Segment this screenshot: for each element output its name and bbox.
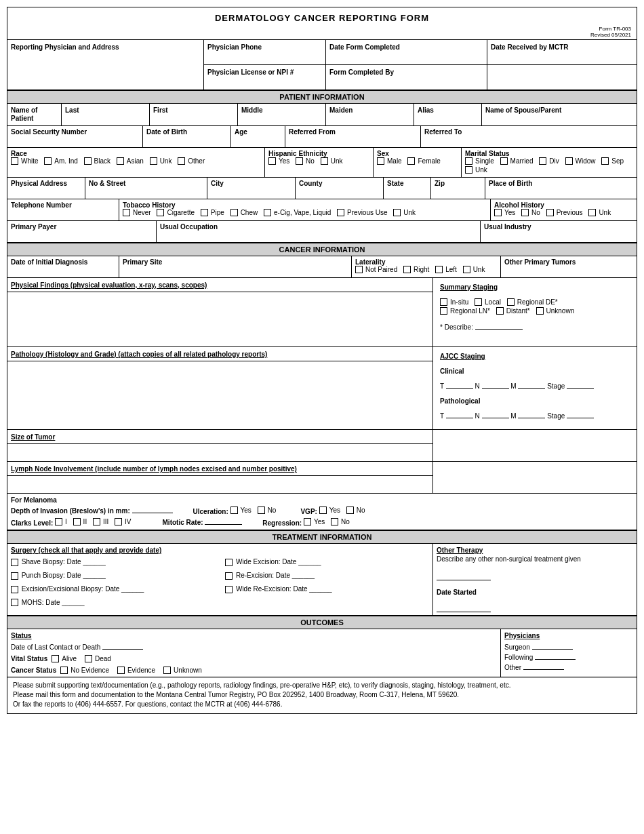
alc-yes: Yes [494,209,515,216]
cb-no-evidence[interactable] [60,667,68,674]
outcomes-left-col: Status Date of Last Contact or Death Vit… [7,629,501,677]
cb-regional-de[interactable] [507,298,515,306]
cb-alc-unk[interactable] [588,209,596,216]
cb-mohs[interactable] [11,599,18,606]
name-of-patient-label: Name of Patient [11,106,37,122]
punch-label: Punch Biopsy: Date ______ [22,572,106,579]
cb-dead[interactable] [85,655,92,662]
other-label: Other [504,664,521,671]
cb-ulc-no[interactable] [258,507,265,514]
hispanic-cell: Hispanic Ethnicity Yes No Unk [265,148,374,177]
cb-reg-no[interactable] [331,518,338,525]
cb-widow[interactable] [565,157,573,165]
cb-punch[interactable] [11,572,18,580]
cb-clarks-iv[interactable] [115,518,122,525]
pathology-label: Pathology (Histology and Grade) (attach … [11,351,267,358]
cb-evidence[interactable] [117,667,125,674]
treatment-info-header: TREATMENT INFORMATION [7,530,637,544]
cb-distant[interactable] [496,307,504,315]
size-right-spacer [433,430,637,461]
reg-yes: Yes [304,518,325,525]
cb-other[interactable] [178,157,185,165]
cb-pipe[interactable] [201,209,208,216]
cb-male[interactable] [377,157,384,165]
size-tumor-col: Size of Tumor [7,430,433,461]
other-blank [523,669,564,670]
vital-status-label: Vital Status [11,655,47,662]
patient-info-header: PATIENT INFORMATION [7,90,637,104]
cb-unk[interactable] [150,157,157,165]
cb-stage-unknown[interactable] [536,307,544,315]
cb-chew[interactable] [230,209,238,216]
cb-regional-ln[interactable] [440,307,447,315]
cb-right[interactable] [403,266,411,273]
cb-ulc-yes[interactable] [230,507,238,514]
marital-single: Single [465,157,494,165]
cb-tob-never[interactable] [123,209,130,216]
cb-clarks-iii[interactable] [93,518,100,525]
ulc-yes: Yes [230,507,251,514]
cb-wide-re-excision[interactable] [225,586,233,593]
cb-cs-unknown[interactable] [163,667,171,674]
initial-diagnosis-label: Date of Initial Diagnosis [11,258,87,266]
cb-shave[interactable] [11,559,18,566]
hisp-yes: Yes [268,157,289,165]
cb-re-excision[interactable] [225,572,233,580]
footer-line2: Please mail this form and documentation … [13,691,631,698]
primary-payer-label: Primary Payer [11,223,56,231]
cb-clarks-ii[interactable] [73,518,81,525]
cb-marital-unk[interactable] [465,166,472,174]
dob-cell: Date of Birth [143,126,231,147]
cb-clarks-i[interactable] [55,518,62,525]
marital-married: Married [500,157,534,165]
address-label: Physical Address [11,180,67,187]
cb-hisp-no[interactable] [296,157,303,165]
surgeon-row: Surgeon [504,643,633,651]
cb-married[interactable] [500,157,508,165]
excision-label: Excision/Excisional Biopsy: Date ______ [22,585,144,593]
reporting-physician-label: Reporting Physician and Address [11,43,119,51]
cb-notpaired[interactable] [355,266,363,273]
stage-unknown: Unknown [536,307,575,315]
cb-cigarette[interactable] [157,209,164,216]
marital-sep: Sep [601,157,624,165]
cb-tob-unk[interactable] [393,209,401,216]
no-street-label: No & Street [89,180,125,187]
cs-unknown: Unknown [163,667,202,674]
state-cell: State [384,178,431,199]
cb-lat-unk[interactable] [463,266,470,273]
cb-div[interactable] [539,157,546,165]
outcomes-section: Status Date of Last Contact or Death Vit… [7,629,637,677]
cb-black[interactable] [84,157,92,165]
cb-reg-yes[interactable] [304,518,311,525]
regression-group: Regression: Yes No [262,518,353,527]
cb-vgp-no[interactable] [346,507,354,514]
cb-alc-yes[interactable] [494,209,502,216]
cb-alc-no[interactable] [521,209,529,216]
tobacco-cell: Tobacco History Never Cigarette Pipe Che… [119,199,491,220]
cb-single[interactable] [465,157,472,165]
cb-female[interactable] [407,157,415,165]
cb-insitu[interactable] [440,298,447,306]
cb-wide-excision[interactable] [225,559,233,566]
cb-white[interactable] [11,157,18,165]
cb-local[interactable] [475,298,482,306]
cb-left[interactable] [435,266,443,273]
city-label: City [211,180,224,187]
cb-vgp-yes[interactable] [319,507,327,514]
cb-ecig[interactable] [264,209,271,216]
vgp-yes: Yes [319,507,340,514]
cb-hisp-yes[interactable] [268,157,276,165]
cb-amind[interactable] [44,157,52,165]
cb-alive[interactable] [52,655,59,662]
vital-status-row: Vital Status Alive Dead [11,655,497,662]
therapy-line [437,567,491,580]
cb-asian[interactable] [117,157,124,165]
cb-hisp-unk[interactable] [321,157,328,165]
cb-sep[interactable] [601,157,609,165]
mohs-label: MOHS: Date ______ [22,599,85,606]
primary-site-label: Primary Site [123,258,162,266]
cb-excision[interactable] [11,586,18,593]
cb-tob-prev[interactable] [337,209,344,216]
cb-alc-prev[interactable] [546,209,554,216]
